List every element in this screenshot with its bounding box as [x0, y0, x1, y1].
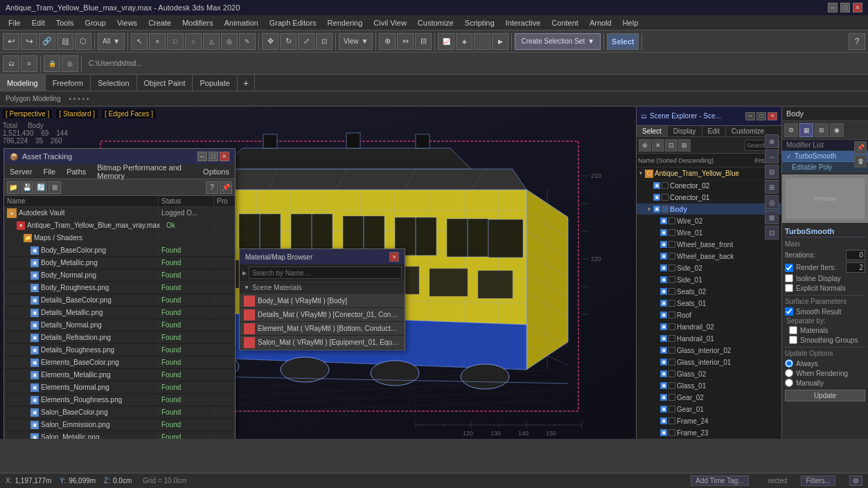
- select-label-btn[interactable]: Select: [607, 33, 639, 50]
- filters-btn[interactable]: Filters...: [801, 476, 835, 486]
- asset-minimize-btn[interactable]: ─: [197, 152, 207, 161]
- se-tb-1[interactable]: ⊕: [639, 139, 651, 152]
- isoline-checkbox[interactable]: [785, 274, 793, 282]
- select-obj-btn[interactable]: ↖: [131, 33, 148, 50]
- render-iters-checkbox[interactable]: [785, 264, 793, 272]
- se-item-side-01[interactable]: ▣ Side_01: [637, 274, 781, 286]
- material-editor-btn[interactable]: ◈: [456, 33, 472, 50]
- asset-row-details_refraction-png[interactable]: ▣ Details_Refraction.png Found: [4, 332, 235, 344]
- menu-scripting[interactable]: Scripting: [459, 17, 500, 28]
- graph-editor-btn[interactable]: 📈: [438, 33, 454, 50]
- menu-content[interactable]: Content: [546, 17, 584, 28]
- scene-materials-header[interactable]: ▼ Scene Materials: [240, 282, 405, 294]
- se-maximize-btn[interactable]: □: [756, 112, 766, 120]
- se-item-frame-23[interactable]: ▣ Frame_23: [637, 427, 781, 439]
- asset-row-scene[interactable]: ■ Antique_Tram_Yellow_Blue_max_vray.max …: [4, 219, 235, 232]
- asset-row-salon_emmission-png[interactable]: ▣ Salon_Emmission.png Found: [4, 419, 235, 431]
- se-item-seats-01[interactable]: ▣ Seats_01: [637, 298, 781, 309]
- mod-icon-3[interactable]: ⊞: [815, 123, 829, 137]
- se-item-frame-24[interactable]: ▣ Frame_24: [637, 415, 781, 427]
- tab-plus[interactable]: +: [238, 75, 255, 91]
- align-btn[interactable]: ⊟: [415, 33, 432, 50]
- mat-item[interactable]: Body_Mat ( VRayMtl ) [Body]: [240, 294, 405, 308]
- asset-row-salon_metallic-png[interactable]: ▣ Salon_Metallic.png Found: [4, 431, 235, 439]
- lock-sel-btn[interactable]: 🔒: [44, 55, 60, 72]
- menu-file[interactable]: File: [3, 17, 26, 28]
- se-item-side-02[interactable]: ▣ Side_02: [637, 262, 781, 274]
- question-btn[interactable]: ?: [849, 33, 865, 50]
- tab-modeling[interactable]: Modeling: [0, 75, 46, 91]
- always-radio[interactable]: [785, 359, 793, 368]
- asset-tb-pin[interactable]: 📌: [220, 181, 232, 194]
- tab-freeform[interactable]: Freeform: [46, 75, 91, 91]
- se-item-gear-01[interactable]: ▣ Gear_01: [637, 404, 781, 415]
- nav-btn-3[interactable]: ⊟: [765, 165, 779, 179]
- asset-tb-help[interactable]: ?: [206, 181, 218, 194]
- asset-tb-4[interactable]: ⊞: [48, 181, 61, 194]
- asset-row-elements_roughness-png[interactable]: ▣ Elements_Roughness.png Found: [4, 394, 235, 406]
- asset-row-maps[interactable]: 📁 Maps / Shaders: [4, 232, 235, 244]
- tab-selection[interactable]: Selection: [91, 75, 136, 91]
- menu-animation[interactable]: Animation: [219, 17, 264, 28]
- se-minimize-btn[interactable]: ─: [745, 112, 755, 120]
- nav-btn-1[interactable]: ⊕: [765, 134, 779, 148]
- menu-rendering[interactable]: Rendering: [322, 17, 369, 28]
- mat-item[interactable]: Salon_Mat ( VRayMtl ) [Equipment_01, Equ…: [240, 336, 405, 350]
- manually-radio[interactable]: [785, 379, 793, 387]
- mat-item[interactable]: Element_Mat ( VRayMtl ) [Bottom, Conduct…: [240, 322, 405, 336]
- smoothing-groups-checkbox[interactable]: [789, 336, 797, 344]
- nav-btn-2[interactable]: ↔: [765, 150, 779, 163]
- se-item-roof[interactable]: ▣ Roof: [637, 309, 781, 321]
- circ-sel-btn[interactable]: ○: [185, 33, 202, 50]
- se-item-wheel-base-back[interactable]: ▣ Wheel_base_back: [637, 251, 781, 262]
- se-tb-3[interactable]: ⊡: [665, 139, 677, 152]
- create-selection-btn[interactable]: Create Selection Set ▼: [515, 33, 601, 50]
- asset-tb-1[interactable]: 📁: [7, 181, 19, 194]
- asset-row-elements_basecolor-png[interactable]: ▣ Elements_BaseColor.png Found: [4, 356, 235, 369]
- asset-row-elements_normal-png[interactable]: ▣ Elements_Normal.png Found: [4, 381, 235, 394]
- se-item-glass-02[interactable]: ▣ Glass_02: [637, 368, 781, 380]
- move-btn[interactable]: ✥: [262, 33, 278, 50]
- asset-row-salon_basecolor-png[interactable]: ▣ Salon_BaseColor.png Found: [4, 406, 235, 419]
- nav-btn-7[interactable]: ⊡: [765, 226, 779, 240]
- se-item-conector01[interactable]: ▣ Conector_01: [637, 192, 781, 204]
- mod-delete-btn[interactable]: 🗑: [854, 155, 867, 168]
- asset-menu-paths[interactable]: Paths: [61, 166, 91, 177]
- se-item-body[interactable]: ▼ ▣ Body: [637, 204, 781, 215]
- iterations-input[interactable]: [846, 250, 865, 260]
- materials-checkbox[interactable]: [789, 326, 797, 334]
- mod-icon-4[interactable]: ◉: [830, 123, 844, 137]
- se-tb-2[interactable]: ✕: [652, 139, 664, 152]
- se-item-seats-02[interactable]: ▣ Seats_02: [637, 286, 781, 298]
- update-btn[interactable]: Update: [785, 390, 865, 401]
- explicit-normals-checkbox[interactable]: [785, 284, 793, 292]
- se-item-wire-02[interactable]: ▣ Wire_02: [637, 215, 781, 227]
- redo-btn[interactable]: ↪: [21, 33, 37, 50]
- menu-modifiers[interactable]: Modifiers: [177, 17, 219, 28]
- mod-icon-2[interactable]: ▦: [799, 123, 813, 137]
- render-btn[interactable]: ▶: [492, 33, 508, 50]
- se-item-glass-interior-02[interactable]: ▣ Glass_interior_02: [637, 345, 781, 356]
- selection-filter-dropdown[interactable]: All ▼: [98, 33, 125, 50]
- asset-row-details_normal-png[interactable]: ▣ Details_Normal.png Found: [4, 319, 235, 332]
- se-tb-4[interactable]: ⊞: [678, 139, 691, 152]
- se-item-glass-interior-01[interactable]: ▣ Glass_interior_01: [637, 356, 781, 368]
- menu-customize[interactable]: Customize: [412, 17, 459, 28]
- asset-menu-options[interactable]: Options: [197, 166, 235, 177]
- asset-row-vault[interactable]: ▲ Autodesk Vault Logged O...: [4, 207, 235, 219]
- transform-type-btn[interactable]: ⊡: [316, 33, 333, 50]
- asset-restore-btn[interactable]: □: [209, 152, 218, 161]
- menu-edit[interactable]: Edit: [26, 17, 51, 28]
- asset-menu-server[interactable]: Server: [4, 166, 37, 177]
- layer-mgr-btn[interactable]: ≡: [21, 55, 37, 72]
- asset-tb-2[interactable]: 💾: [21, 181, 33, 194]
- se-item-conector02[interactable]: ▣ Conector_02: [637, 180, 781, 192]
- fence-sel-btn[interactable]: △: [203, 33, 220, 50]
- tab-populate[interactable]: Populate: [193, 75, 237, 91]
- asset-row-details_metallic-png[interactable]: ▣ Details_Metallic.png Found: [4, 307, 235, 319]
- menu-civil-view[interactable]: Civil View: [368, 17, 411, 28]
- window-controls[interactable]: ─ □ ✕: [828, 3, 862, 12]
- unlink-btn[interactable]: ⛓: [57, 33, 73, 50]
- asset-row-details_roughness-png[interactable]: ▣ Details_Roughness.png Found: [4, 344, 235, 356]
- asset-tb-3[interactable]: 🔄: [35, 181, 47, 194]
